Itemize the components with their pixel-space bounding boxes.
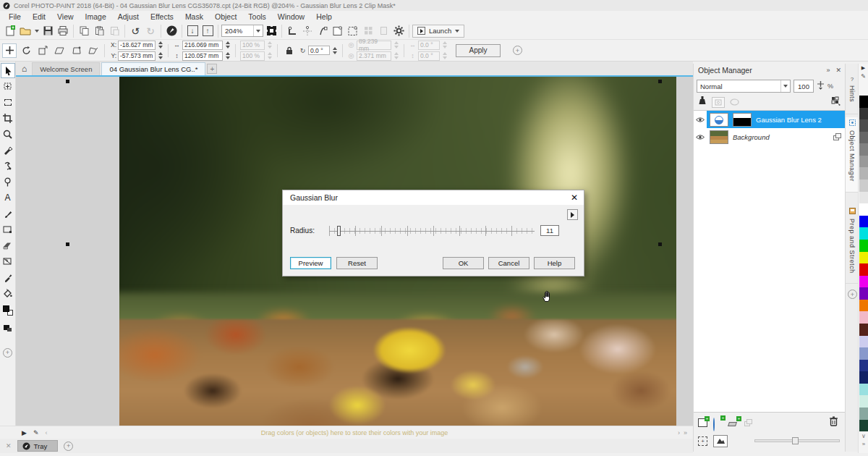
help-button[interactable]: Help — [534, 257, 575, 269]
position-mode-icon[interactable] — [2, 43, 17, 58]
color-swatch[interactable] — [859, 276, 868, 288]
panel-zoom-handle[interactable] — [792, 437, 799, 444]
menu-file[interactable]: File — [3, 11, 27, 22]
docker-tab-prep-and-stretch[interactable]: Prep and Stretch — [846, 206, 859, 284]
menu-effects[interactable]: Effects — [145, 11, 179, 22]
export-icon[interactable]: ↑ — [200, 24, 215, 38]
zoom-to-fit-icon[interactable] — [264, 24, 278, 38]
layer-name[interactable]: Gaussian Blur Lens 2 — [756, 116, 822, 124]
grid-toggle-icon[interactable] — [361, 24, 375, 38]
add-preset-icon[interactable]: + — [513, 46, 522, 55]
dialog-expand-icon[interactable] — [567, 209, 578, 220]
color-swatch[interactable] — [859, 420, 868, 432]
y-spinner[interactable] — [157, 52, 163, 59]
lock-transparency-icon[interactable] — [698, 96, 707, 109]
selection-handle-top-right[interactable] — [658, 80, 662, 83]
show-clip-marquee-icon[interactable] — [346, 24, 360, 38]
status-back-icon[interactable]: ‹ — [45, 429, 47, 436]
show-mask-marquee-icon[interactable] — [331, 24, 345, 38]
width-spinner[interactable] — [224, 41, 231, 48]
color-swatch[interactable] — [859, 360, 868, 372]
color-swatch[interactable] — [859, 180, 868, 192]
color-swatch[interactable] — [859, 132, 868, 144]
palette-eyedropper-icon[interactable]: ✎ — [861, 73, 866, 80]
print-icon[interactable] — [56, 24, 70, 38]
add-docker-icon[interactable]: + — [848, 290, 857, 299]
status-more-icon[interactable]: » — [684, 429, 687, 436]
layer-visibility-icon[interactable] — [694, 134, 707, 140]
pan-navigator-icon[interactable]: + — [698, 436, 707, 446]
color-swatch[interactable] — [859, 167, 868, 180]
menu-object[interactable]: Object — [209, 11, 242, 22]
color-swatch[interactable] — [859, 143, 868, 156]
layer-row-gaussian-blur-lens[interactable]: Gaussian Blur Lens 2 — [694, 111, 846, 128]
color-swatch[interactable] — [859, 263, 868, 276]
tray-tab[interactable]: Tray — [17, 440, 59, 452]
center-x-field[interactable]: 89.239 mm — [357, 41, 391, 50]
color-swatch[interactable] — [859, 300, 868, 312]
perspective-mode-icon[interactable] — [69, 43, 83, 58]
y-position-field[interactable]: -57.573 mm — [118, 51, 156, 61]
docker-tab-hints[interactable]: ? Hints — [846, 74, 859, 114]
fill-tool[interactable] — [1, 285, 15, 301]
rulers-grid-icon[interactable] — [300, 24, 315, 38]
mask-transform-tool[interactable] — [1, 78, 15, 94]
undo-icon[interactable]: ↺ — [128, 24, 142, 38]
blend-mode-dropdown-icon[interactable] — [780, 80, 790, 92]
radius-slider[interactable] — [329, 226, 535, 236]
open-file-icon[interactable] — [18, 24, 33, 38]
color-swatch[interactable] — [859, 395, 868, 408]
color-swatch[interactable] — [859, 96, 868, 108]
color-swatch[interactable] — [859, 252, 868, 264]
touch-up-tool[interactable] — [1, 158, 15, 174]
zoom-tool[interactable] — [1, 126, 15, 142]
skew-x-spinner[interactable] — [441, 41, 448, 48]
open-file-dropdown-icon[interactable] — [33, 24, 40, 38]
tab-welcome-screen[interactable]: Welcome Screen — [32, 62, 100, 75]
color-swatch[interactable] — [859, 108, 868, 120]
panel-zoom-slider[interactable] — [754, 436, 840, 445]
reset-button[interactable]: Reset — [336, 257, 378, 269]
skew-y-spinner[interactable] — [441, 52, 448, 59]
frame-icon[interactable] — [712, 97, 725, 108]
create-clip-mask-icon[interactable] — [831, 96, 841, 109]
clone-tool[interactable] — [1, 142, 15, 158]
new-document-icon[interactable] — [3, 24, 17, 38]
color-swatch[interactable] — [859, 384, 868, 396]
save-icon[interactable] — [41, 24, 55, 38]
import-icon[interactable]: ↓ — [185, 24, 200, 38]
menu-image[interactable]: Image — [80, 11, 112, 22]
color-swatch[interactable] — [859, 371, 868, 384]
zoom-level-combo[interactable]: 204% — [221, 25, 263, 37]
new-object-icon[interactable]: + — [698, 418, 707, 427]
status-forward-icon[interactable]: › — [678, 429, 680, 436]
canvas-area[interactable]: Gaussian Blur ✕ Radius: 11 Preview Reset… — [16, 75, 693, 427]
dialog-title-bar[interactable]: Gaussian Blur ✕ — [283, 190, 584, 205]
dialog-close-icon[interactable]: ✕ — [571, 193, 578, 203]
color-swatch[interactable] — [859, 192, 868, 204]
height-spinner[interactable] — [224, 52, 231, 59]
scale-x-spinner[interactable] — [266, 41, 273, 48]
color-control-swatches[interactable] — [1, 301, 15, 320]
launch-dropdown-icon[interactable] — [455, 30, 459, 33]
lock-ratio-icon[interactable] — [282, 43, 297, 58]
new-lens-icon[interactable]: + — [713, 418, 723, 428]
opacity-field[interactable]: 100 — [793, 80, 814, 93]
layer-visibility-icon[interactable] — [694, 117, 707, 123]
center-x-spinner[interactable] — [393, 41, 399, 48]
selection-handle-mid-right[interactable] — [658, 242, 662, 246]
tray-add-icon[interactable]: + — [64, 442, 73, 451]
tab-document[interactable]: 04 Gaussian Blur Lens CG..* — [101, 62, 205, 75]
scale-mode-icon[interactable] — [35, 43, 50, 58]
layer-name[interactable]: Background — [733, 133, 770, 141]
cancel-button[interactable]: Cancel — [488, 257, 529, 269]
docker-tab-object-manager[interactable]: Object Manager — [846, 117, 859, 193]
status-play-icon[interactable]: ▶ — [22, 429, 27, 436]
zoom-dropdown-icon[interactable] — [253, 25, 263, 36]
preview-button[interactable]: Preview — [290, 257, 331, 269]
distort-mode-icon[interactable] — [85, 43, 100, 58]
text-tool[interactable]: A — [1, 190, 15, 206]
snap-toggle-icon[interactable] — [376, 24, 391, 38]
welcome-hub-icon[interactable] — [164, 24, 179, 38]
color-swatch[interactable] — [859, 408, 868, 420]
